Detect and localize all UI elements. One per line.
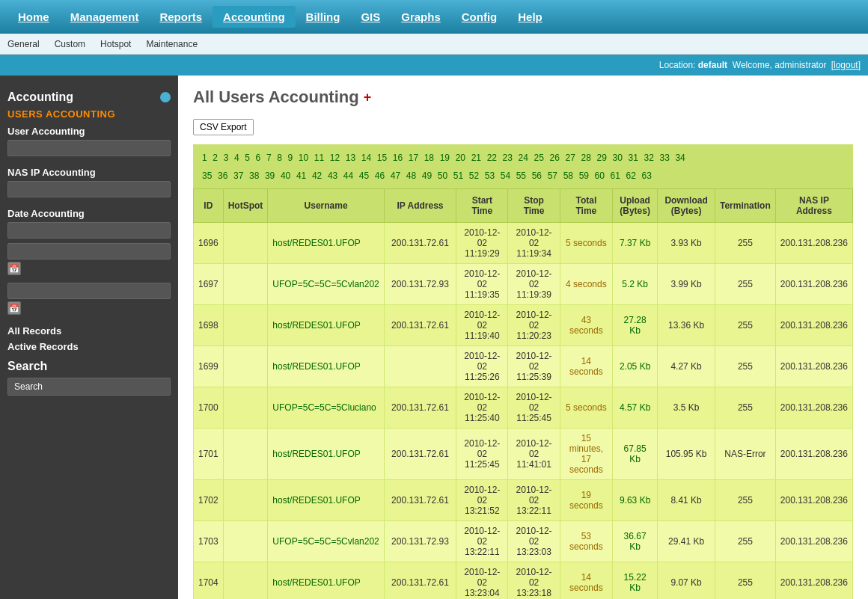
subnav-general[interactable]: General bbox=[7, 39, 40, 49]
user-accounting-link[interactable]: User Accounting bbox=[7, 126, 171, 137]
table-cell[interactable]: host/REDES01.UFOP bbox=[268, 223, 384, 264]
date-from-input[interactable]: 2010-12-12 bbox=[7, 243, 171, 259]
page-link-52[interactable]: 52 bbox=[469, 171, 479, 181]
page-link-42[interactable]: 42 bbox=[312, 171, 322, 181]
nav-config[interactable]: Config bbox=[451, 10, 507, 23]
page-link-1[interactable]: 1 bbox=[202, 153, 207, 163]
page-link-48[interactable]: 48 bbox=[406, 171, 416, 181]
page-link-34[interactable]: 34 bbox=[675, 153, 685, 163]
page-link-6[interactable]: 6 bbox=[256, 153, 261, 163]
page-link-36[interactable]: 36 bbox=[218, 171, 227, 181]
table-cell[interactable]: UFOP=5C=5C=5Cvlan202 bbox=[268, 521, 384, 562]
page-link-12[interactable]: 12 bbox=[330, 153, 340, 163]
page-link-29[interactable]: 29 bbox=[597, 153, 607, 163]
date-to-input[interactable]: 2010-12-13 bbox=[7, 283, 171, 299]
page-link-47[interactable]: 47 bbox=[391, 171, 400, 181]
page-link-10[interactable]: 10 bbox=[299, 153, 308, 163]
table-cell[interactable]: UFOP=5C=5C=5Cvlan202 bbox=[268, 264, 384, 305]
page-link-31[interactable]: 31 bbox=[628, 153, 638, 163]
page-link-44[interactable]: 44 bbox=[343, 171, 353, 181]
nav-gis[interactable]: GIS bbox=[350, 10, 391, 23]
page-link-22[interactable]: 22 bbox=[487, 153, 497, 163]
page-link-15[interactable]: 15 bbox=[377, 153, 387, 163]
page-link-62[interactable]: 62 bbox=[626, 171, 636, 181]
page-link-21[interactable]: 21 bbox=[471, 153, 481, 163]
page-link-4[interactable]: 4 bbox=[234, 153, 239, 163]
date-accounting-link[interactable]: Date Accounting bbox=[7, 208, 171, 219]
page-link-23[interactable]: 23 bbox=[503, 153, 513, 163]
page-link-18[interactable]: 18 bbox=[424, 153, 434, 163]
page-link-50[interactable]: 50 bbox=[438, 171, 447, 181]
page-link-20[interactable]: 20 bbox=[456, 153, 465, 163]
nas-ip-accounting-link[interactable]: NAS IP Accounting bbox=[7, 167, 171, 178]
date-accounting-filter-input[interactable] bbox=[7, 222, 171, 239]
page-link-32[interactable]: 32 bbox=[644, 153, 653, 163]
page-link-63[interactable]: 63 bbox=[642, 171, 652, 181]
page-link-33[interactable]: 33 bbox=[659, 153, 669, 163]
page-link-9[interactable]: 9 bbox=[288, 153, 293, 163]
page-link-41[interactable]: 41 bbox=[296, 171, 306, 181]
table-cell[interactable]: host/REDES01.UFOP bbox=[268, 562, 384, 599]
page-link-54[interactable]: 54 bbox=[501, 171, 510, 181]
page-link-60[interactable]: 60 bbox=[595, 171, 605, 181]
table-cell[interactable]: host/REDES01.UFOP bbox=[268, 346, 384, 387]
all-records-link[interactable]: All Records bbox=[7, 325, 171, 337]
page-link-19[interactable]: 19 bbox=[440, 153, 450, 163]
csv-export-button[interactable]: CSV Export bbox=[193, 119, 254, 135]
page-link-26[interactable]: 26 bbox=[550, 153, 560, 163]
active-records-link[interactable]: Active Records bbox=[7, 341, 171, 352]
page-link-45[interactable]: 45 bbox=[359, 171, 369, 181]
page-link-37[interactable]: 37 bbox=[233, 171, 243, 181]
page-link-40[interactable]: 40 bbox=[281, 171, 290, 181]
page-link-11[interactable]: 11 bbox=[314, 153, 324, 163]
subnav-maintenance[interactable]: Maintenance bbox=[146, 39, 198, 49]
page-link-27[interactable]: 27 bbox=[566, 153, 575, 163]
page-link-35[interactable]: 35 bbox=[202, 171, 212, 181]
table-cell[interactable]: host/REDES01.UFOP bbox=[268, 428, 384, 480]
table-cell[interactable]: host/REDES01.UFOP bbox=[268, 305, 384, 346]
date-to-calendar-icon[interactable]: 📅 bbox=[7, 301, 21, 315]
page-link-58[interactable]: 58 bbox=[563, 171, 573, 181]
page-link-8[interactable]: 8 bbox=[277, 153, 282, 163]
page-link-5[interactable]: 5 bbox=[245, 153, 250, 163]
page-link-7[interactable]: 7 bbox=[266, 153, 272, 163]
table-cell[interactable]: UFOP=5C=5C=5Cluciano bbox=[268, 387, 384, 428]
page-link-25[interactable]: 25 bbox=[534, 153, 544, 163]
nas-ip-accounting-input[interactable] bbox=[7, 181, 171, 197]
page-link-51[interactable]: 51 bbox=[453, 171, 463, 181]
page-link-43[interactable]: 43 bbox=[328, 171, 337, 181]
page-link-61[interactable]: 61 bbox=[611, 171, 620, 181]
nav-management[interactable]: Management bbox=[60, 10, 150, 23]
user-accounting-input[interactable] bbox=[7, 140, 171, 156]
page-link-2[interactable]: 2 bbox=[213, 153, 218, 163]
subnav-custom[interactable]: Custom bbox=[55, 39, 85, 49]
nav-reports[interactable]: Reports bbox=[149, 10, 213, 23]
nav-help[interactable]: Help bbox=[507, 10, 553, 23]
page-link-46[interactable]: 46 bbox=[375, 171, 385, 181]
page-link-55[interactable]: 55 bbox=[516, 171, 526, 181]
page-link-14[interactable]: 14 bbox=[361, 153, 371, 163]
page-link-39[interactable]: 39 bbox=[265, 171, 275, 181]
date-from-calendar-icon[interactable]: 📅 bbox=[7, 262, 21, 275]
page-link-53[interactable]: 53 bbox=[485, 171, 495, 181]
page-link-17[interactable]: 17 bbox=[409, 153, 418, 163]
search-button[interactable]: Search bbox=[7, 378, 171, 396]
page-link-13[interactable]: 13 bbox=[346, 153, 355, 163]
page-link-28[interactable]: 28 bbox=[581, 153, 591, 163]
page-link-16[interactable]: 16 bbox=[393, 153, 403, 163]
nav-accounting[interactable]: Accounting bbox=[213, 6, 296, 28]
page-link-59[interactable]: 59 bbox=[579, 171, 589, 181]
page-link-49[interactable]: 49 bbox=[422, 171, 432, 181]
logout-link[interactable]: [logout] bbox=[831, 60, 861, 70]
page-link-57[interactable]: 57 bbox=[548, 171, 557, 181]
nav-graphs[interactable]: Graphs bbox=[391, 10, 451, 23]
page-link-30[interactable]: 30 bbox=[613, 153, 623, 163]
page-link-38[interactable]: 38 bbox=[249, 171, 259, 181]
page-link-56[interactable]: 56 bbox=[532, 171, 542, 181]
subnav-hotspot[interactable]: Hotspot bbox=[100, 39, 131, 49]
page-link-3[interactable]: 3 bbox=[224, 153, 229, 163]
nav-home[interactable]: Home bbox=[7, 10, 60, 23]
nav-billing[interactable]: Billing bbox=[296, 10, 351, 23]
page-link-24[interactable]: 24 bbox=[519, 153, 528, 163]
table-cell[interactable]: host/REDES01.UFOP bbox=[268, 480, 384, 521]
